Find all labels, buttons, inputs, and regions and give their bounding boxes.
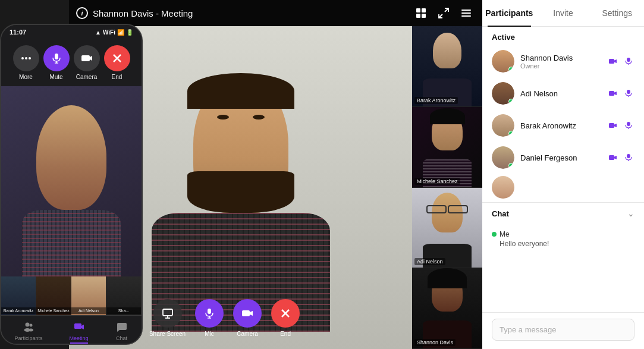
svg-marker-34 bbox=[250, 311, 253, 316]
chat-header[interactable]: Chat ⌄ bbox=[482, 203, 644, 224]
phone-nav-meeting[interactable]: Meeting bbox=[63, 320, 94, 341]
phone-nav-chat[interactable]: Chat bbox=[109, 320, 134, 341]
svg-rect-19 bbox=[422, 14, 426, 18]
chat-input-area bbox=[482, 312, 644, 349]
phone-more-label: More bbox=[19, 74, 33, 80]
video-thumbnails: Barak Aronowitz Michele Sanchez bbox=[412, 26, 482, 349]
svg-rect-39 bbox=[627, 58, 630, 62]
layout-icon[interactable] bbox=[412, 4, 430, 22]
end-call-btn[interactable]: End bbox=[271, 299, 300, 337]
tab-invite[interactable]: Invite bbox=[536, 0, 590, 26]
avatar-adi bbox=[492, 82, 514, 105]
participant-name-daniel: Daniel Fergeson bbox=[520, 153, 601, 162]
meeting-icon bbox=[73, 320, 86, 334]
sender-online-dot bbox=[492, 232, 497, 237]
svg-marker-7 bbox=[90, 56, 92, 61]
info-icon[interactable]: i bbox=[76, 7, 88, 19]
participant-name-barak: Barak Aronowitz bbox=[520, 121, 601, 130]
phone-camera-btn[interactable]: Camera bbox=[74, 45, 100, 80]
chevron-down-icon: ⌄ bbox=[627, 209, 634, 218]
participants-icon bbox=[22, 320, 35, 334]
svg-rect-51 bbox=[627, 154, 630, 158]
phone-body-sim bbox=[22, 210, 120, 276]
more-options-icon[interactable] bbox=[457, 4, 475, 22]
phone-status-bar: 11:07 ▲ WiFi 📶 🔋 bbox=[1, 25, 142, 39]
mic-btn[interactable]: Mic bbox=[195, 299, 224, 337]
svg-rect-33 bbox=[242, 310, 250, 316]
tab-settings[interactable]: Settings bbox=[590, 0, 644, 26]
phone-bottom-nav: Participants Meeting Chat bbox=[1, 315, 142, 344]
participant-shannon[interactable]: Shannon Davis Owner bbox=[482, 45, 644, 77]
share-screen-btn[interactable]: Share Screen bbox=[149, 299, 186, 337]
svg-rect-16 bbox=[416, 8, 420, 12]
video-thumb-2[interactable]: Adi Nelson bbox=[412, 188, 482, 269]
participant-icons-shannon bbox=[607, 55, 634, 67]
chat-input[interactable] bbox=[492, 319, 634, 341]
svg-rect-43 bbox=[627, 90, 630, 94]
participant-name-adi: Adi Nelson bbox=[520, 89, 601, 98]
chat-message-0: Me Hello everyone! bbox=[492, 230, 634, 248]
svg-rect-49 bbox=[609, 155, 614, 160]
phone-thumb-0[interactable]: Barak Aronowitz bbox=[1, 276, 36, 315]
panel-content: Active Shannon Davis Owner bbox=[482, 27, 644, 312]
phone-more-btn[interactable]: More bbox=[13, 45, 39, 80]
right-panel: Participants Invite Settings Active Shan… bbox=[482, 0, 644, 349]
thumb-name-3: Shannon Davis bbox=[414, 339, 455, 346]
online-dot-adi bbox=[508, 99, 514, 104]
end-label: End bbox=[280, 331, 291, 337]
active-section-header: Active bbox=[482, 27, 644, 45]
mic-icon-adi bbox=[623, 87, 634, 99]
video-title: Shannon Davis - Meeting bbox=[93, 8, 407, 18]
video-thumb-0[interactable]: Barak Aronowitz bbox=[412, 26, 482, 107]
svg-point-1 bbox=[25, 57, 27, 59]
phone-mute-label: Mute bbox=[49, 74, 62, 80]
svg-point-13 bbox=[29, 329, 33, 332]
video-thumb-1[interactable]: Michele Sanchez bbox=[412, 107, 482, 188]
video-thumb-3[interactable]: Shannon Davis bbox=[412, 268, 482, 349]
svg-rect-22 bbox=[461, 10, 471, 11]
camera-btn[interactable]: Camera bbox=[233, 299, 262, 337]
svg-rect-24 bbox=[461, 15, 471, 17]
participant-info-daniel: Daniel Fergeson bbox=[520, 153, 601, 162]
participant-icons-adi bbox=[607, 87, 634, 99]
svg-rect-41 bbox=[609, 91, 614, 96]
expand-icon[interactable] bbox=[435, 4, 453, 22]
phone-status-icons: ▲ WiFi 📶 🔋 bbox=[95, 29, 133, 36]
participant-info-adi: Adi Nelson bbox=[520, 89, 601, 98]
svg-rect-6 bbox=[81, 55, 90, 61]
phone-camera-label: Camera bbox=[76, 74, 98, 80]
avatar-barak bbox=[492, 114, 514, 137]
camera-icon-daniel bbox=[607, 152, 619, 164]
tab-participants[interactable]: Participants bbox=[482, 0, 536, 26]
phone-thumb-1[interactable]: Michele Sanchez bbox=[36, 276, 71, 315]
svg-marker-50 bbox=[614, 156, 617, 159]
svg-rect-17 bbox=[422, 8, 426, 12]
phone-thumb-2[interactable]: Adi Nelson bbox=[71, 276, 106, 315]
participant-barak[interactable]: Barak Aronowitz bbox=[482, 109, 644, 142]
thumb-name-2: Adi Nelson bbox=[414, 258, 445, 265]
panel-tabs: Participants Invite Settings bbox=[482, 0, 644, 27]
svg-marker-38 bbox=[614, 59, 617, 63]
svg-marker-42 bbox=[614, 92, 617, 95]
phone-end-btn[interactable]: End bbox=[104, 45, 130, 80]
svg-point-0 bbox=[21, 57, 24, 59]
phone-mute-icon bbox=[43, 45, 70, 71]
phone-overlay: 11:07 ▲ WiFi 📶 🔋 More bbox=[0, 24, 143, 345]
svg-rect-3 bbox=[55, 54, 58, 59]
phone-mute-btn[interactable]: Mute bbox=[43, 45, 70, 80]
phone-end-icon bbox=[104, 45, 130, 71]
chat-messages: Me Hello everyone! bbox=[482, 224, 644, 259]
phone-nav-participants-label: Participants bbox=[14, 335, 42, 341]
svg-rect-47 bbox=[627, 122, 630, 126]
phone-thumb-3[interactable]: Sha... bbox=[106, 276, 142, 315]
mic-icon bbox=[195, 299, 224, 328]
participant-adi[interactable]: Adi Nelson bbox=[482, 77, 644, 109]
avatar-extra bbox=[492, 176, 514, 199]
svg-rect-37 bbox=[609, 59, 614, 64]
thumb-name-0: Barak Aronowitz bbox=[414, 97, 458, 104]
svg-rect-14 bbox=[74, 323, 81, 329]
chat-sender-name: Me bbox=[500, 230, 510, 238]
phone-nav-participants[interactable]: Participants bbox=[8, 320, 48, 341]
phone-controls: More Mute Camera bbox=[1, 39, 142, 86]
participant-daniel[interactable]: Daniel Fergeson bbox=[482, 142, 644, 174]
